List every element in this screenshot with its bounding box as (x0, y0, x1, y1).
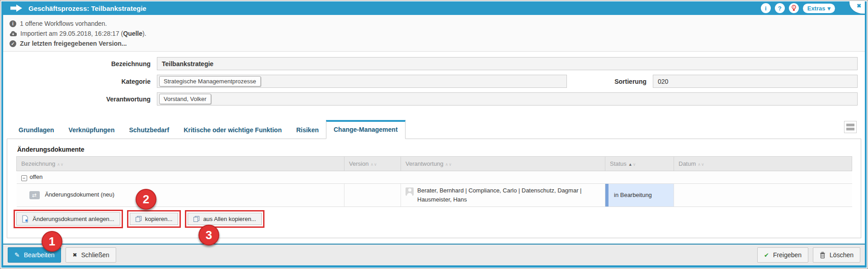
lightbulb-icon (791, 5, 797, 12)
kopieren-button[interactable]: kopieren... (130, 213, 179, 225)
kategorie-label: Kategorie (3, 78, 157, 85)
sort-down-icon: ∨ (701, 162, 705, 167)
col-status[interactable]: Status▲∨ (605, 157, 674, 171)
sort-down-icon: ∨ (448, 162, 452, 167)
cell-bezeichnung: ⇄ Änderungsdokument (neu) (17, 183, 344, 207)
titlebar-actions: i ? Extras ▾ (761, 3, 859, 13)
cell-status: in Bearbeitung (605, 183, 674, 207)
cloud-import-icon (9, 31, 17, 37)
hint-bulb-button[interactable] (789, 3, 799, 13)
window-frame: Geschäftsprozess: Teilbankstrategie i ? … (1, 1, 867, 268)
new-document-icon (22, 215, 29, 223)
tab-area: Grundlagen Verknüpfungen Schutzbedarf Kr… (7, 120, 861, 139)
notice-area: i 1 offene Workflows vorhanden. Importie… (3, 15, 865, 52)
group-label: offen (30, 173, 43, 180)
tab-risiken[interactable]: Risiken (289, 121, 326, 139)
change-management-panel: Änderungsdokumente Bezeichnung∧∨ Version… (7, 139, 861, 238)
tab-grundlagen[interactable]: Grundlagen (11, 121, 61, 139)
cell-verantwortung: Berater, Bernhard | Compliance, Carlo | … (401, 183, 605, 207)
kategorie-row: Kategorie Strategische Managementprozess… (3, 75, 858, 88)
annotation-marker-3: 3 (198, 225, 219, 245)
sort-down-icon: ∨ (374, 162, 377, 167)
tab-kritische-funktion[interactable]: Kritische oder wichtige Funktion (176, 121, 289, 139)
close-x-icon: ✖ (72, 252, 77, 258)
approve-check-icon: ✔ (764, 252, 769, 259)
workflow-notice: i 1 offene Workflows vorhanden. (9, 19, 859, 29)
annotation-marker-2: 2 (136, 189, 156, 210)
kategorie-field[interactable]: Strategische Managementprozesse (157, 75, 567, 88)
change-document-icon: ⇄ (29, 191, 40, 199)
import-notice: Importiert am 29.05.2018, 16:28:17 (Quel… (9, 29, 859, 38)
info-circle-icon: i (9, 20, 16, 27)
verantwortung-field[interactable]: Vorstand, Volker (157, 92, 858, 106)
chevron-down-icon: ▾ (827, 5, 830, 12)
freigeben-button[interactable]: ✔ Freigeben (757, 247, 808, 263)
title-bar: Geschäftsprozess: Teilbankstrategie i ? … (3, 1, 865, 15)
tab-verknuepfungen[interactable]: Verknüpfungen (61, 121, 122, 139)
status-badge: in Bearbeitung (605, 184, 674, 207)
verantwortung-chip[interactable]: Vorstand, Volker (159, 94, 211, 104)
bezeichnung-label: Bezeichnung (3, 60, 157, 67)
anlegen-button[interactable]: Änderungsdokument anlegen... (16, 212, 120, 226)
layout-rows-icon[interactable] (844, 121, 857, 133)
collapse-icon[interactable]: − (21, 175, 27, 181)
verantwortung-label: Verantwortung (3, 96, 157, 103)
process-arrow-icon (10, 5, 22, 12)
tab-bar: Grundlagen Verknüpfungen Schutzbedarf Kr… (7, 120, 861, 139)
bezeichnung-field[interactable]: Teilbankstrategie (157, 57, 858, 70)
sort-up-icon: ∧ (57, 162, 61, 167)
verantwortung-row: Verantwortung Vorstand, Volker (3, 92, 858, 106)
loeschen-button[interactable]: Löschen (813, 247, 860, 263)
section-title: Änderungsdokumente (17, 146, 852, 153)
process-form: Bezeichnung Teilbankstrategie Kategorie … (3, 52, 865, 112)
info-button[interactable]: i (761, 3, 771, 13)
schliessen-button[interactable]: ✖ Schließen (66, 247, 116, 263)
check-circle-icon: ✓ (9, 40, 16, 47)
cell-datum (674, 183, 852, 207)
tab-schutzbedarf[interactable]: Schutzbedarf (122, 121, 176, 139)
footer-bar: ✎ Bearbeiten ✖ Schließen ✔ Freigeben Lös… (3, 244, 865, 265)
close-icon: ✖ (857, 3, 861, 9)
col-version[interactable]: Version∧∨ (344, 157, 401, 171)
tab-change-management[interactable]: Change-Management (326, 120, 406, 139)
sortierung-label: Sortierung (567, 78, 653, 85)
person-icon (406, 187, 414, 196)
content-filler (3, 238, 865, 244)
group-row-offen[interactable]: −offen (17, 171, 852, 184)
col-bezeichnung[interactable]: Bezeichnung∧∨ (17, 157, 344, 171)
edit-pencil-icon: ✎ (14, 251, 20, 259)
version-link[interactable]: ✓ Zur letzten freigegebenen Version... (9, 38, 859, 48)
col-datum[interactable]: Datum∧∨ (674, 157, 852, 171)
extras-button[interactable]: Extras ▾ (803, 4, 835, 13)
sortierung-field[interactable]: 020 (653, 75, 858, 88)
bezeichnung-row: Bezeichnung Teilbankstrategie (3, 57, 858, 70)
aus-allen-kopieren-button[interactable]: aus Allen kopieren... (188, 213, 262, 225)
copy-icon (193, 216, 199, 222)
copy-icon (136, 216, 142, 222)
panel-actions: Änderungsdokument anlegen... kopieren...… (16, 212, 852, 226)
page-title: Geschäftsprozess: Teilbankstrategie (28, 5, 146, 12)
sort-up-icon: ∧ (370, 162, 374, 167)
col-verantwortung[interactable]: Verantwortung∧∨ (401, 157, 605, 171)
window: Geschäftsprozess: Teilbankstrategie i ? … (0, 0, 868, 269)
trash-icon (820, 252, 826, 259)
help-button[interactable]: ? (775, 3, 785, 13)
annotation-marker-1: 1 (42, 231, 62, 252)
sort-asc-icon: ▲ (628, 162, 633, 167)
table-header-row: Bezeichnung∧∨ Version∧∨ Verantwortung∧∨ … (17, 157, 852, 171)
sort-down-icon: ∨ (633, 162, 637, 167)
kategorie-chip[interactable]: Strategische Managementprozesse (159, 76, 261, 86)
sort-up-icon: ∧ (698, 162, 701, 167)
sort-down-icon: ∨ (61, 162, 64, 167)
cell-version (344, 183, 401, 207)
